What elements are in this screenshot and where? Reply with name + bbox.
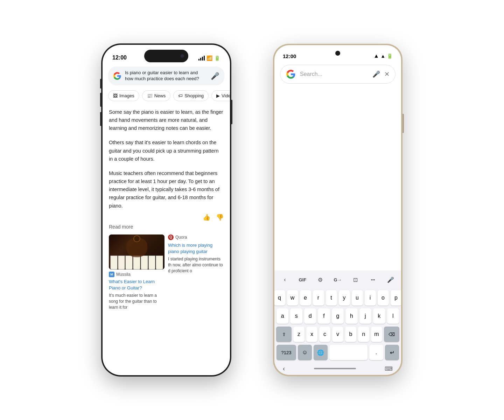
mussila-snippet: It's much easier to learn a song for the… (109, 293, 164, 310)
android-search-box[interactable]: Search... 🎤 ✕ (280, 65, 396, 84)
iphone-notch (144, 50, 188, 62)
iphone-volume-up (100, 93, 102, 107)
iphone-filter-tabs: 🖼 Images 📰 News 🏷 Shopping ▶ Vide (103, 89, 230, 104)
android-camera (335, 51, 340, 56)
key-f[interactable]: f (318, 308, 330, 324)
android-home-indicator[interactable] (314, 368, 356, 369)
keyboard-rows: q w e r t y u i o p a s d f g (274, 289, 401, 342)
key-s[interactable]: s (290, 308, 302, 324)
keyboard-row-1: q w e r t y u i o p (276, 290, 399, 306)
keyboard-row-3: ⇧ z x c v b n m ⌫ (276, 327, 399, 342)
key-b[interactable]: b (345, 327, 356, 342)
iphone-time: 12:00 (112, 55, 127, 61)
iphone-search-box[interactable]: Is piano or guitar easier to learn and h… (108, 66, 224, 85)
keyboard-more-btn[interactable]: ••• (367, 273, 379, 286)
android-wifi-icon: ▲ (373, 53, 379, 59)
keyboard-settings-btn[interactable]: ⚙ (314, 273, 327, 286)
wifi-icon: 📶 (206, 55, 212, 61)
key-numbers[interactable]: ?123 (276, 345, 296, 360)
key-o[interactable]: o (378, 290, 389, 306)
tab-videos[interactable]: ▶ Vide (211, 90, 230, 101)
android-search-placeholder[interactable]: Search... (300, 71, 368, 77)
source-cards: M Mussila What's Easier to Learn Piano o… (109, 234, 224, 310)
keyboard-row-2: a s d f g h j k l (276, 308, 399, 324)
paragraph-2: Others say that it's easier to learn cho… (109, 139, 224, 163)
key-z[interactable]: z (293, 327, 304, 342)
key-x[interactable]: x (306, 327, 317, 342)
iphone-status-icons: 📶 🔋 (198, 55, 220, 61)
paragraph-1: Some say the piano is easier to learn, a… (109, 108, 224, 133)
key-period[interactable]: . (369, 345, 383, 360)
key-c[interactable]: c (319, 327, 330, 342)
key-y[interactable]: y (339, 290, 350, 306)
tab-news[interactable]: 📰 News (142, 90, 171, 101)
key-m[interactable]: m (371, 327, 382, 342)
videos-tab-icon: ▶ (216, 93, 220, 98)
news-tab-icon: 📰 (147, 93, 153, 98)
android-search-actions: 🎤 ✕ (372, 70, 390, 78)
keyboard-gif-btn[interactable]: GIF (296, 273, 309, 286)
key-n[interactable]: n (358, 327, 369, 342)
key-u[interactable]: u (352, 290, 363, 306)
key-p[interactable]: p (391, 290, 401, 306)
signal-bars-icon (198, 56, 205, 61)
key-l[interactable]: l (387, 308, 399, 324)
news-tab-label: News (154, 93, 166, 98)
key-enter[interactable]: ↵ (385, 345, 399, 360)
android-device: 12:00 ▲ ▲ 🔋 Search... 🎤 ✕ (273, 44, 402, 376)
key-i[interactable]: i (365, 290, 376, 306)
key-j[interactable]: j (359, 308, 371, 324)
tab-images[interactable]: 🖼 Images (108, 90, 139, 101)
tab-shopping[interactable]: 🏷 Shopping (173, 90, 209, 101)
source-card-quora[interactable]: Q Quora Which is more playing piano play… (168, 234, 224, 310)
key-w[interactable]: w (287, 290, 298, 306)
android-mic-icon[interactable]: 🎤 (372, 70, 380, 78)
key-space[interactable] (329, 345, 368, 360)
key-emoji[interactable]: ☺ (298, 345, 312, 360)
keyboard-mic-btn[interactable]: 🎤 (384, 273, 397, 286)
android-search-area: Search... 🎤 ✕ (274, 62, 401, 88)
key-r[interactable]: r (313, 290, 324, 306)
key-k[interactable]: k (373, 308, 385, 324)
thumbs-down-icon[interactable]: 👎 (216, 214, 224, 221)
iphone-mic-icon[interactable]: 🎤 (211, 72, 219, 80)
key-backspace[interactable]: ⌫ (384, 327, 399, 342)
key-h[interactable]: h (345, 308, 357, 324)
key-a[interactable]: a (276, 308, 288, 324)
iphone-volume-down (100, 112, 102, 126)
key-q[interactable]: q (274, 290, 285, 306)
iphone-camera (181, 54, 184, 58)
android-nav-bar: ‹ ⌨ (274, 362, 401, 375)
android-keyboard-nav-icon[interactable]: ⌨ (385, 365, 393, 372)
read-more-link[interactable]: Read more (109, 224, 224, 230)
key-e[interactable]: e (300, 290, 311, 306)
key-shift[interactable]: ⇧ (276, 327, 292, 342)
keyboard-clipboard-btn[interactable]: ⊡ (349, 273, 362, 286)
key-d[interactable]: d (304, 308, 316, 324)
videos-tab-label: Vide (222, 93, 230, 98)
keyboard-translate-btn[interactable]: G→ (331, 273, 344, 286)
iphone-content: Some say the piano is easier to learn, a… (103, 104, 230, 315)
key-globe[interactable]: 🌐 (314, 345, 328, 360)
mussila-logo-row: M Mussila (109, 272, 164, 277)
mussila-title[interactable]: What's Easier to Learn Piano or Guitar? (109, 279, 164, 291)
thumbs-up-icon[interactable]: 👍 (203, 214, 210, 221)
mussila-logo-icon: M (109, 272, 114, 277)
battery-icon: 🔋 (214, 55, 220, 61)
mussila-image (109, 234, 164, 270)
key-v[interactable]: v (332, 327, 343, 342)
android-status-icons: ▲ ▲ 🔋 (373, 53, 393, 59)
keyboard-back-btn[interactable]: ‹ (279, 273, 291, 286)
key-g[interactable]: g (332, 308, 344, 324)
android-time: 12:00 (283, 53, 296, 59)
key-t[interactable]: t (326, 290, 337, 306)
iphone-search-area: Is piano or guitar easier to learn and h… (103, 64, 230, 89)
iphone-side-button (231, 100, 232, 124)
android-close-icon[interactable]: ✕ (384, 70, 390, 78)
source-card-mussila[interactable]: M Mussila What's Easier to Learn Piano o… (109, 234, 164, 310)
iphone-device: 12:00 📶 🔋 Is (102, 44, 231, 376)
android-nav-chevron[interactable]: ‹ (283, 365, 285, 372)
quora-snippet: I started playing instruments th now, af… (168, 256, 224, 274)
quora-logo-row: Q Quora (168, 234, 224, 240)
quora-title[interactable]: Which is more playing piano playing guit… (168, 242, 224, 255)
